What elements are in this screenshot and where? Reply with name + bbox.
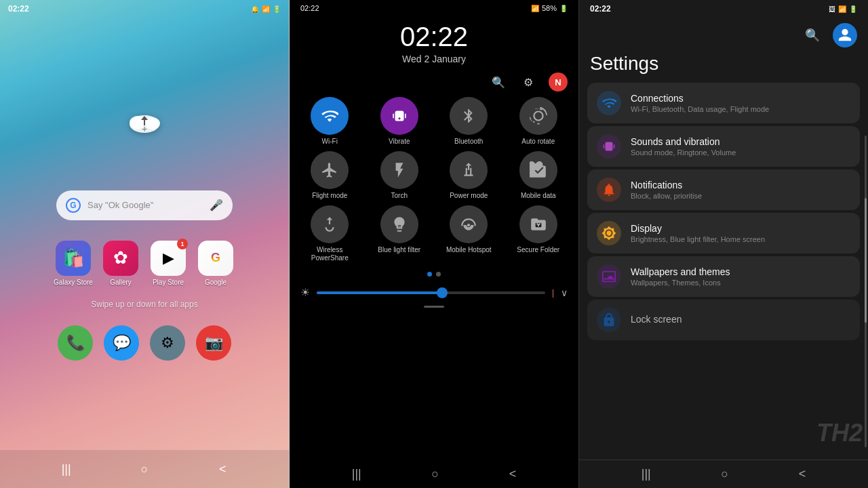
scrollbar-thumb[interactable] [865, 198, 867, 323]
dock-messages[interactable]: 💬 [104, 325, 139, 361]
notifications-title: Notifications [631, 180, 850, 190]
toggle-mobiledata[interactable]: Mobile data [507, 151, 571, 200]
secure-folder-toggle-btn[interactable] [519, 205, 557, 243]
s-recents-button[interactable]: ||| [642, 467, 651, 481]
s-back-button[interactable]: < [799, 467, 806, 481]
powermode-toggle-btn[interactable] [450, 151, 488, 189]
dock-phone[interactable]: 📞 [58, 325, 93, 361]
bluetooth-toggle-btn[interactable] [450, 97, 488, 135]
s-signal-icon: 📶 [838, 5, 846, 13]
dot-1 [427, 272, 432, 277]
settings-profile-button[interactable] [833, 23, 857, 47]
display-text: Display Brightness, Blue light filter, H… [631, 223, 850, 243]
qs-date: Wed 2 January [290, 54, 578, 64]
toggle-autorotate[interactable]: Auto rotate [507, 97, 571, 146]
notifications-text: Notifications Block, allow, prioritise [631, 180, 850, 200]
toggle-powermode[interactable]: Power mode [437, 151, 501, 200]
google-logo: G [66, 198, 81, 213]
dock-camera[interactable]: 📷 [196, 325, 231, 361]
app-google[interactable]: G Google [195, 241, 236, 286]
settings-item-display[interactable]: Display Brightness, Blue light filter, H… [587, 213, 860, 253]
play-store-icon: ▶ 1 [151, 241, 186, 276]
app-play-store[interactable]: ▶ 1 Play Store [148, 241, 189, 286]
home-button[interactable]: ○ [132, 457, 157, 481]
settings-item-notifications[interactable]: Notifications Block, allow, prioritise [587, 169, 860, 210]
settings-item-lockscreen[interactable]: Lock screen [587, 300, 860, 340]
toggle-bluelight[interactable]: Blue light filter [368, 205, 432, 262]
google-search-bar[interactable]: G Say "Ok Google" 🎤 [56, 190, 233, 220]
qs-toggle-grid-row1: Wi-Fi Vibrate Bluetooth [290, 97, 578, 151]
qs-recents-button[interactable]: ||| [352, 467, 361, 481]
mobiledata-toggle-btn[interactable] [519, 151, 557, 189]
lockscreen-title: Lock screen [631, 314, 850, 325]
wallpapers-icon [597, 264, 621, 289]
toggle-hotspot[interactable]: Mobile Hotspot [437, 205, 501, 262]
toggle-torch[interactable]: Torch [368, 151, 432, 200]
qs-home-button[interactable]: ○ [431, 467, 439, 481]
qs-toggle-grid-row3: Wireless PowerShare Blue light filter Mo… [290, 205, 578, 268]
torch-toggle-btn[interactable] [380, 151, 418, 189]
gallery-label: Gallery [110, 279, 132, 286]
toggle-wireless-power[interactable]: Wireless PowerShare [298, 205, 362, 262]
back-button[interactable]: < [210, 457, 235, 481]
autorotate-toggle-btn[interactable] [519, 97, 557, 135]
phone-quick-settings: 02:22 📶 58% 🔋 02:22 Wed 2 January 🔍 ⚙ N … [290, 0, 579, 488]
vibrate-label: Vibrate [389, 138, 410, 146]
toggle-wifi[interactable]: Wi-Fi [298, 97, 362, 146]
google-icon: G [198, 241, 233, 276]
sounds-icon [597, 134, 621, 159]
svg-text:+: + [142, 123, 147, 134]
qs-search-button[interactable]: 🔍 [489, 73, 508, 92]
bluetooth-label: Bluetooth [454, 138, 483, 146]
brightness-fill [317, 291, 442, 294]
app-gallery[interactable]: ✿ Gallery [100, 241, 141, 286]
brightness-thumb [437, 287, 448, 298]
sounds-title: Sounds and vibration [631, 136, 850, 147]
settings-search-header: 🔍 [579, 18, 868, 53]
s-status-bar: 02:22 🖼 📶 🔋 [579, 0, 868, 18]
qs-back-button[interactable]: < [509, 467, 517, 481]
gallery-icon: ✿ [103, 241, 138, 276]
torch-label: Torch [391, 192, 408, 200]
home-content: + G Say "Ok Google" 🎤 🛍️ Galaxy Store ✿ … [0, 18, 289, 450]
qs-profile-badge[interactable]: N [549, 73, 568, 92]
sounds-subtitle: Sound mode, Ringtone, Volume [631, 148, 850, 157]
brightness-control[interactable]: ☀ | ∨ [290, 281, 578, 304]
settings-search-button[interactable]: 🔍 [800, 23, 825, 47]
toggle-vibrate[interactable]: Vibrate [368, 97, 432, 146]
settings-item-wallpapers[interactable]: Wallpapers and themes Wallpapers, Themes… [587, 256, 860, 297]
hotspot-toggle-btn[interactable] [450, 205, 488, 243]
wireless-power-label: Wireless PowerShare [298, 246, 362, 262]
hotspot-label: Mobile Hotspot [446, 246, 492, 254]
toggle-bluetooth[interactable]: Bluetooth [437, 97, 501, 146]
toggle-secure-folder[interactable]: Secure Folder [507, 205, 571, 262]
settings-title: Settings [579, 53, 868, 83]
cloud-upload-widget[interactable]: + [124, 102, 165, 136]
vibrate-toggle-btn[interactable] [380, 97, 418, 135]
qs-settings-button[interactable]: ⚙ [519, 73, 538, 92]
phone-settings: 02:22 🖼 📶 🔋 🔍 Settings [579, 0, 868, 488]
bluelight-toggle-btn[interactable] [380, 205, 418, 243]
flightmode-label: Flight mode [312, 192, 347, 200]
connections-text: Connections Wi-Fi, Bluetooth, Data usage… [631, 93, 850, 113]
settings-item-connections[interactable]: Connections Wi-Fi, Bluetooth, Data usage… [587, 83, 860, 123]
dock: 📞 💬 ⚙ 📷 [47, 320, 242, 366]
galaxy-store-label: Galaxy Store [54, 279, 93, 286]
app-galaxy-store[interactable]: 🛍️ Galaxy Store [53, 241, 94, 286]
qs-page-dots [290, 268, 578, 281]
settings-item-sounds[interactable]: Sounds and vibration Sound mode, Rington… [587, 126, 860, 167]
mic-icon[interactable]: 🎤 [210, 199, 223, 212]
wifi-toggle-btn[interactable] [311, 97, 349, 135]
signal-icon: 📶 [262, 5, 270, 13]
flightmode-toggle-btn[interactable] [311, 151, 349, 189]
recents-button[interactable]: ||| [54, 457, 79, 481]
brightness-slider[interactable] [317, 291, 545, 294]
s-home-button[interactable]: ○ [721, 467, 728, 481]
toggle-flightmode[interactable]: Flight mode [298, 151, 362, 200]
scrollbar-track [865, 136, 867, 447]
wireless-power-toggle-btn[interactable] [311, 205, 349, 243]
connections-subtitle: Wi-Fi, Bluetooth, Data usage, Flight mod… [631, 105, 850, 113]
brightness-expand-icon[interactable]: ∨ [561, 287, 568, 298]
dock-settings[interactable]: ⚙ [150, 325, 185, 361]
google-label: Google [205, 279, 226, 286]
